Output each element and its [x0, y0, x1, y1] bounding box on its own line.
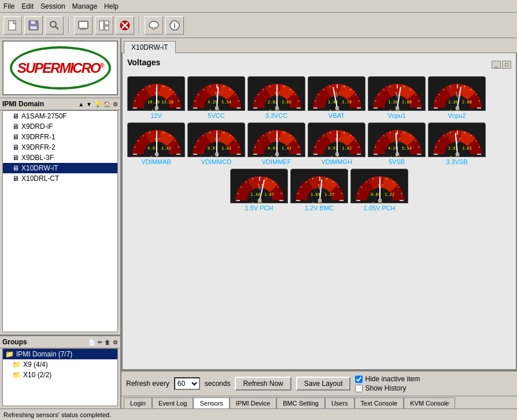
tree-item-x9dbl[interactable]: 🖥 X9DBL-3F: [3, 153, 117, 163]
svg-text:1.53: 1.53: [252, 202, 263, 203]
svg-text:i: i: [173, 22, 175, 30]
gauges-grid: V 10.29 12 13.28 12V V 4.29 5.02 5.54 5V…: [127, 76, 511, 211]
maximize-button[interactable]: □: [502, 61, 511, 69]
arrow-down-icon[interactable]: ▼: [86, 101, 92, 107]
svg-text:1.81: 1.81: [389, 110, 400, 111]
group-settings-icon[interactable]: ⚙: [113, 339, 118, 345]
menubar: File Edit Session Manage Help: [0, 0, 517, 13]
tab-event-log[interactable]: Event Log: [152, 397, 194, 408]
gauge-image: V 4.29 5.02 5.54: [187, 76, 245, 111]
show-history-label[interactable]: Show History: [355, 384, 420, 392]
tree-item-x10drl[interactable]: 🖥 X10DRL-CT: [3, 173, 117, 184]
stop-button[interactable]: [116, 16, 134, 35]
svg-text:12: 12: [152, 110, 157, 111]
tree-item-x10drw[interactable]: 🖥 X10DRW-iT: [3, 163, 117, 173]
save-layout-button[interactable]: Save Layout: [296, 377, 351, 391]
group-item-x10[interactable]: 📁 X10 (2/2): [3, 370, 117, 380]
gauge-image: V 4.29 4.94 5.54: [368, 122, 426, 157]
svg-text:1.2: 1.2: [331, 156, 339, 157]
group-item-ipmi-domain[interactable]: 📁 IPMI Domain (7/7): [3, 349, 117, 359]
gauge-label: VDIMMGH: [321, 158, 352, 165]
home-icon[interactable]: 🏠: [104, 101, 110, 107]
toolbar-separator-2: [139, 17, 140, 34]
group-item-x9[interactable]: 📁 X9 (4/4): [3, 359, 117, 370]
svg-text:5.54: 5.54: [221, 100, 231, 105]
show-history-checkbox[interactable]: [355, 385, 363, 392]
svg-text:2.08: 2.08: [402, 100, 412, 105]
save-button[interactable]: [24, 16, 43, 35]
hide-inactive-checkbox[interactable]: [355, 376, 363, 383]
gauge-image: V 0.97 1.2 1.42: [127, 122, 185, 157]
svg-point-4: [50, 21, 56, 27]
delete-group-icon[interactable]: 🗑: [105, 339, 110, 345]
gauge-cell-vdimmgh: V 0.97 1.2 1.42 VDIMMGH: [308, 122, 365, 165]
tree-item-x9drfr1[interactable]: 🖥 X9DRFR-1: [3, 132, 117, 142]
tree-item-x9drd[interactable]: 🖥 X9DRD-iF: [3, 121, 117, 132]
tree-item-x9drfr2[interactable]: 🖥 X9DRFR-2: [3, 142, 117, 153]
tab-kvm-console[interactable]: KVM Console: [404, 397, 455, 408]
menu-file[interactable]: File: [3, 2, 14, 10]
arrow-up-icon[interactable]: ▲: [78, 101, 84, 107]
svg-text:1.67: 1.67: [264, 192, 274, 197]
tree-item-a1sam[interactable]: 🖥 A1SAM-2750F: [3, 111, 117, 121]
svg-text:13.28: 13.28: [161, 100, 173, 105]
info-button[interactable]: i: [165, 16, 184, 35]
svg-text:V: V: [395, 137, 401, 146]
svg-point-36: [155, 106, 158, 110]
minimize-button[interactable]: _: [492, 61, 501, 69]
search-button[interactable]: [45, 16, 64, 35]
new-button[interactable]: [3, 16, 22, 35]
logo-text: SUPERMICRO®: [17, 60, 103, 76]
controls-row1: Refresh every 60 30 120 seconds Refresh …: [126, 375, 512, 392]
tab-users[interactable]: Users: [325, 397, 354, 408]
gauge-label: Vcpu1: [387, 112, 405, 119]
add-group-icon[interactable]: 📄: [88, 339, 95, 345]
menu-help[interactable]: Help: [104, 2, 119, 10]
tab-sensors[interactable]: Sensors: [193, 397, 229, 408]
groups-section: Groups 📄 ✏ 🗑 ⚙ 📁 IPMI Domain (7/7) 📁 X9 …: [0, 334, 120, 408]
svg-text:1.2: 1.2: [271, 156, 279, 157]
gauge-image: V 1.04 1.21 1.37: [290, 169, 348, 203]
hide-inactive-label[interactable]: Hide inactive item: [355, 375, 420, 383]
menu-session[interactable]: Session: [40, 2, 65, 10]
tab-bmc-setting[interactable]: BMC Setting: [276, 397, 325, 408]
monitor-button[interactable]: [74, 16, 93, 35]
message-button[interactable]: [145, 16, 163, 35]
layout-button[interactable]: [95, 16, 113, 35]
svg-text:3.65: 3.65: [462, 146, 472, 151]
gauge-label: 5VCC: [208, 112, 224, 119]
svg-text:3.78: 3.78: [342, 100, 352, 105]
tab-x10drw[interactable]: X10DRW-iT: [124, 41, 176, 53]
edit-group-icon[interactable]: ✏: [98, 339, 102, 345]
svg-text:1.42: 1.42: [342, 146, 352, 151]
gauge-cell-12v: V 10.29 12 13.28 12V: [127, 76, 185, 119]
toolbar: i: [0, 13, 517, 38]
groups-header: Groups 📄 ✏ 🗑 ⚙: [0, 336, 120, 348]
folder-icon: 📁: [5, 350, 14, 358]
main-layout: SUPERMICRO® IPMI Domain ▲ ▼ 💡 🏠 ⚙ 🖥 A1SA…: [0, 38, 517, 408]
server-icon: 🖥: [12, 154, 19, 162]
menu-manage[interactable]: Manage: [72, 2, 97, 10]
svg-text:1.21: 1.21: [312, 202, 323, 203]
svg-text:1.04: 1.04: [372, 202, 383, 203]
groups-title: Groups: [2, 338, 86, 346]
refresh-now-button[interactable]: Refresh Now: [235, 377, 291, 391]
gauge-image: V 2.82 3.21 3.65: [428, 122, 486, 157]
tab-ipmi-device[interactable]: IPMI Device: [230, 397, 276, 408]
tab-text-console[interactable]: Text Console: [354, 397, 404, 408]
gauge-label: VDIMMAB: [141, 158, 171, 165]
svg-text:1.34: 1.34: [250, 192, 260, 197]
gauge-label: VDIMMEF: [262, 158, 291, 165]
menu-edit[interactable]: Edit: [21, 2, 34, 10]
bulb-icon[interactable]: 💡: [94, 101, 101, 107]
svg-rect-11: [105, 26, 109, 30]
gauge-label: 1.2V BMC: [305, 205, 334, 211]
gauge-cell-vdimmab: V 0.97 1.2 1.42 VDIMMAB: [127, 122, 185, 165]
settings-icon[interactable]: ⚙: [113, 101, 118, 107]
tab-login[interactable]: Login: [124, 397, 152, 408]
gauge-cell-vcpu2: V 1.26 1.81 2.08 Vcpu2: [428, 76, 486, 119]
refresh-interval-select[interactable]: 60 30 120: [174, 377, 200, 390]
gauge-cell-vcpu1: V 1.26 1.81 2.08 Vcpu1: [368, 76, 426, 119]
window-controls: _ □: [492, 61, 511, 69]
server-icon: 🖥: [12, 174, 19, 183]
